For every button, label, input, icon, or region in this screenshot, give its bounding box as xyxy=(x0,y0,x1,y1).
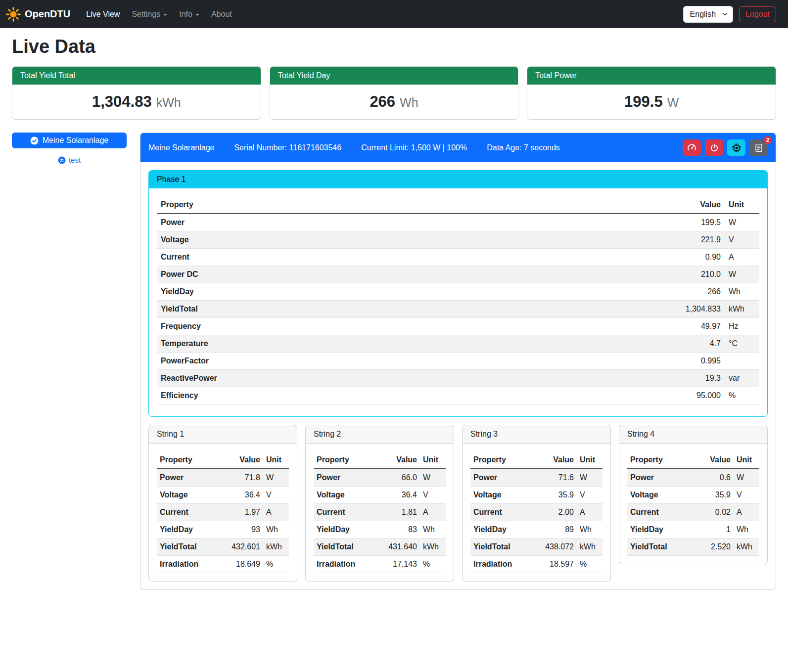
string-2-body: Property Value Unit Power xyxy=(306,444,454,581)
property-cell: Efficiency xyxy=(157,387,655,404)
table-row: YieldTotal 1,304.833 kWh xyxy=(157,301,759,318)
phase-table: Property Value Unit Power xyxy=(157,196,759,404)
nav-live-view[interactable]: Live View xyxy=(80,6,126,23)
nav-about[interactable]: About xyxy=(205,6,238,23)
unit-cell: kWh xyxy=(420,538,446,556)
unit-cell: % xyxy=(420,556,446,573)
table-row: Power 71.6 W xyxy=(470,469,603,487)
string-2-title: String 2 xyxy=(306,425,454,444)
cpu-icon xyxy=(732,143,741,152)
property-cell: Irradiation xyxy=(470,556,536,573)
unit-cell: V xyxy=(734,487,759,504)
value-cell: 49.97 xyxy=(655,318,725,335)
chevron-down-icon xyxy=(163,14,167,16)
property-cell: Voltage xyxy=(314,487,379,504)
column-header-property: Property xyxy=(157,451,223,469)
limit-settings-button[interactable] xyxy=(683,139,701,156)
unit-cell: V xyxy=(577,487,603,504)
total-power-unit: W xyxy=(667,95,679,109)
unit-cell xyxy=(725,353,759,370)
property-cell: Voltage xyxy=(470,487,536,504)
inverter-select-button[interactable]: Meine Solaranlage xyxy=(12,133,127,148)
power-settings-button[interactable] xyxy=(705,139,723,156)
inverter-serial: Serial Number: 116171603546 xyxy=(234,143,341,152)
phase-body: Property Value Unit Power xyxy=(149,188,767,416)
summary-cards-row: Total Yield Total 1,304.83kWh Total Yiel… xyxy=(12,66,776,120)
column-header-property: Property xyxy=(314,451,379,469)
unit-cell: Wh xyxy=(725,283,759,301)
string-card-2: String 2 Property Value Unit xyxy=(305,425,454,582)
test-link[interactable]: test xyxy=(12,156,127,164)
nav-info[interactable]: Info xyxy=(173,6,205,23)
table-row: YieldDay 1 Wh xyxy=(627,521,759,538)
unit-cell: W xyxy=(577,469,603,487)
value-cell: 89 xyxy=(536,521,577,538)
language-select[interactable]: English xyxy=(683,6,733,23)
brand[interactable]: OpenDTU xyxy=(6,7,70,22)
inverter-action-buttons: 2 xyxy=(683,139,768,156)
property-cell: Voltage xyxy=(157,231,655,249)
value-cell: 0.02 xyxy=(693,504,734,521)
phase-card: Phase 1 Property Value Unit xyxy=(148,170,768,417)
string-4-body: Property Value Unit Power xyxy=(619,444,767,564)
property-cell: Current xyxy=(157,504,223,521)
column-header-property: Property xyxy=(470,451,536,469)
value-cell: 2.520 xyxy=(693,538,734,556)
value-cell: 199.5 xyxy=(655,214,725,231)
property-cell: Power xyxy=(157,214,655,231)
property-cell: Irradiation xyxy=(157,556,223,573)
journal-icon xyxy=(754,143,763,152)
table-row: YieldDay 89 Wh xyxy=(470,521,603,538)
inverter-card-body: Phase 1 Property Value Unit xyxy=(140,162,776,589)
unit-cell: Wh xyxy=(734,521,759,538)
check-circle-icon xyxy=(30,136,39,145)
logout-button[interactable]: Logout xyxy=(739,6,776,22)
string-1-body: Property Value Unit Power xyxy=(149,444,297,581)
table-row: Current 2.00 A xyxy=(470,504,603,521)
table-row: Power 0.6 W xyxy=(627,469,759,487)
value-cell: 221.9 xyxy=(655,231,725,249)
event-log-button[interactable]: 2 xyxy=(749,139,768,156)
string-3-body: Property Value Unit Power xyxy=(463,444,610,581)
total-yield-total-card: Total Yield Total 1,304.83kWh xyxy=(12,66,261,120)
inverter-data-age: Data Age: 7 seconds xyxy=(487,143,560,152)
inverter-info-button[interactable] xyxy=(727,139,745,156)
table-row: Efficiency 95.000 % xyxy=(157,387,759,404)
value-cell: 83 xyxy=(379,521,420,538)
table-header-row: Property Value Unit xyxy=(470,451,603,469)
property-cell: Power xyxy=(157,469,223,487)
value-cell: 95.000 xyxy=(655,387,725,404)
value-cell: 0.90 xyxy=(655,249,725,266)
property-cell: ReactivePower xyxy=(157,370,655,387)
column-header-property: Property xyxy=(627,451,693,469)
unit-cell: W xyxy=(725,214,759,231)
table-row: YieldDay 83 Wh xyxy=(314,521,446,538)
total-yield-day-body: 266Wh xyxy=(270,85,518,119)
sun-icon xyxy=(6,7,21,22)
nav-settings[interactable]: Settings xyxy=(126,6,173,23)
table-row: Temperature 4.7 °C xyxy=(157,335,759,353)
column-header-unit: Unit xyxy=(263,451,289,469)
string-4-title: String 4 xyxy=(619,425,767,444)
column-header-unit: Unit xyxy=(734,451,759,469)
unit-cell: % xyxy=(725,387,759,404)
navbar: OpenDTU Live View Settings Info About En… xyxy=(0,0,788,28)
value-cell: 36.4 xyxy=(379,487,420,504)
unit-cell: % xyxy=(263,556,289,573)
value-cell: 210.0 xyxy=(655,266,725,283)
property-cell: Frequency xyxy=(157,318,655,335)
unit-cell: V xyxy=(725,231,759,249)
unit-cell: kWh xyxy=(725,301,759,318)
inverter-card-header: Meine Solaranlage Serial Number: 1161716… xyxy=(140,133,776,162)
nav-settings-label: Settings xyxy=(132,10,160,18)
unit-cell: °C xyxy=(725,335,759,353)
unit-cell: W xyxy=(420,469,446,487)
table-row: Irradiation 17.143 % xyxy=(314,556,446,573)
unit-cell: A xyxy=(725,249,759,266)
table-row: Frequency 49.97 Hz xyxy=(157,318,759,335)
column-header-unit: Unit xyxy=(577,451,603,469)
property-cell: YieldTotal xyxy=(157,538,223,556)
content-row: Meine Solaranlage test Meine Solaranlage… xyxy=(12,133,776,590)
brand-label: OpenDTU xyxy=(25,8,70,20)
property-cell: YieldDay xyxy=(627,521,693,538)
